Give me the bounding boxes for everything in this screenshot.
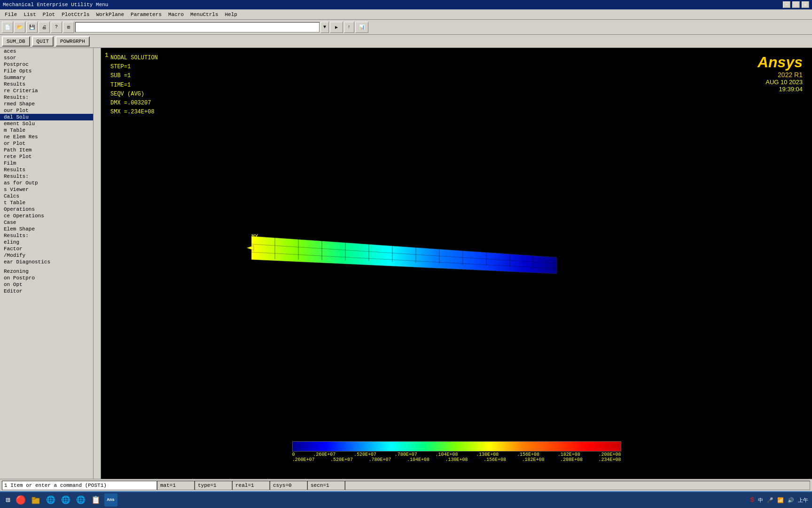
menu-list[interactable]: List — [21, 11, 39, 18]
toolbar-graph-btn[interactable]: 📊 — [355, 22, 368, 33]
sidebar-item[interactable]: Factor — [0, 246, 101, 252]
sidebar-item[interactable]: Case — [0, 219, 101, 226]
sidebar-item[interactable]: aces — [0, 48, 101, 55]
secn-field: secn=1 — [307, 481, 345, 490]
colorbar-tick: .208E+08 — [598, 452, 621, 457]
taskbar-icon-browser2[interactable]: 🌐 — [59, 493, 72, 507]
close-btn[interactable]: ✕ — [802, 1, 809, 8]
colorbar-tick: .182E+08 — [558, 452, 580, 457]
sidebar-item[interactable]: dal Solu — [0, 114, 101, 120]
sidebar-item[interactable]: Elem Shape — [0, 226, 101, 232]
toolbar-save-btn[interactable]: 💾 — [26, 22, 38, 33]
colorbar-tick: .780E+07 — [395, 452, 417, 457]
sidebar-item[interactable]: on Opt — [0, 281, 101, 288]
sidebar-item[interactable]: Rezoning — [0, 268, 101, 275]
sidebar-item[interactable]: rete Plot — [0, 153, 101, 160]
toolbar-question-btn[interactable]: ? — [51, 22, 62, 33]
solution-info: NODAL SOLUTION STEP=1 SUB =1 TIME=1 SEQV… — [110, 54, 158, 117]
toolbar-up-btn[interactable]: ↑ — [344, 22, 354, 33]
taskbar-icon-mic: 🎤 — [767, 497, 773, 503]
colorbar-tick: 0 — [292, 452, 295, 457]
colorbar-tick: .182E+08 — [522, 457, 544, 462]
taskbar-icon-browser3[interactable]: 🌐 — [74, 493, 87, 507]
toolbar-new-btn[interactable]: 📄 — [2, 22, 13, 33]
quit-button[interactable]: QUIT — [32, 36, 54, 47]
menu-help[interactable]: Help — [222, 11, 240, 18]
toolbar-command-input[interactable] — [75, 22, 320, 32]
ansys-time: 19:39:04 — [757, 86, 803, 93]
status-command-input[interactable] — [2, 481, 157, 490]
sidebar-item[interactable]: re Criteria — [0, 87, 101, 94]
powrgrph-button[interactable]: POWRGRPH — [55, 36, 90, 47]
svg-marker-15 — [247, 246, 254, 250]
seqv-info: SEQV (AVG) — [110, 90, 158, 99]
colorbar-tick: .520E+07 — [330, 457, 353, 462]
sidebar-item[interactable]: ne Elem Res — [0, 134, 101, 140]
toolbar-open-btn[interactable]: 📂 — [14, 22, 25, 33]
main-area: acesssorPostprocFile OptsSummaryResultsr… — [0, 48, 812, 479]
sidebar-item[interactable]: /Modify — [0, 252, 101, 259]
toolbar-extra-btn[interactable]: ⊞ — [63, 22, 74, 33]
sidebar-item[interactable]: Editor — [0, 288, 101, 294]
sidebar-item[interactable]: Calcs — [0, 193, 101, 199]
sidebar-item[interactable]: Summary — [0, 74, 101, 81]
colorbar-tick: .260E+07 — [313, 452, 336, 457]
sidebar-item[interactable]: eling — [0, 239, 101, 246]
menu-plot[interactable]: Plot — [40, 11, 58, 18]
menu-plotctrls[interactable]: PlotCtrls — [59, 11, 92, 18]
sidebar-item[interactable]: ce Operations — [0, 213, 101, 219]
sidebar-scrollbar[interactable] — [93, 48, 101, 479]
sidebar-item[interactable]: Postproc — [0, 61, 101, 68]
start-button[interactable]: ⊞ — [4, 494, 12, 506]
taskbar-icon-browser1[interactable]: 🌐 — [44, 493, 57, 507]
colorbar-container: 0.260E+07.520E+07.780E+07.104E+08.130E+0… — [292, 441, 621, 462]
sidebar-item[interactable]: our Plot — [0, 107, 101, 114]
colorbar-ticks-row2: .260E+07.520E+07.780E+07.104E+08.130E+08… — [292, 457, 621, 462]
colorbar-tick: .234E+08 — [598, 457, 621, 462]
sidebar-item[interactable]: ement Solu — [0, 120, 101, 127]
minimize-btn[interactable]: — — [783, 1, 790, 8]
real-field: real=1 — [232, 481, 270, 490]
sidebar-item[interactable]: Results — [0, 81, 101, 87]
taskbar-icon-red[interactable]: 🔴 — [14, 493, 27, 507]
colorbar-tick: .156E+08 — [484, 457, 506, 462]
maximize-btn[interactable]: □ — [792, 1, 800, 8]
sidebar-item[interactable]: m Table — [0, 127, 101, 134]
sidebar-item[interactable]: rmed Shape — [0, 101, 101, 107]
colorbar-tick: .104E+08 — [407, 457, 429, 462]
menu-workplane[interactable]: WorkPlane — [94, 11, 127, 18]
sidebar-item[interactable]: s Viewer — [0, 186, 101, 193]
sidebar-item[interactable]: Operations — [0, 206, 101, 213]
colorbar-ticks-row1: 0.260E+07.520E+07.780E+07.104E+08.130E+0… — [292, 452, 621, 457]
menu-file[interactable]: File — [2, 11, 20, 18]
sidebar-item[interactable]: ssor — [0, 55, 101, 61]
dmx-info: DMX =.003207 — [110, 99, 158, 108]
menu-macro[interactable]: Macro — [165, 11, 187, 18]
sidebar-item[interactable]: Results: — [0, 232, 101, 239]
taskbar-icon-wifi: 📶 — [777, 497, 784, 503]
sidebar-item[interactable]: File Opts — [0, 68, 101, 74]
menu-parameters[interactable]: Parameters — [128, 11, 164, 18]
sidebar-item[interactable]: t Table — [0, 199, 101, 206]
colorbar-tick: .520E+07 — [354, 452, 376, 457]
sidebar-item[interactable]: Results: — [0, 173, 101, 180]
sidebar-item[interactable]: Results: — [0, 94, 101, 101]
sidebar-item[interactable]: as for Outp — [0, 180, 101, 186]
toolbar-dropdown-btn[interactable]: ▼ — [320, 22, 329, 33]
time-info: TIME=1 — [110, 81, 158, 90]
menu-menuctrls[interactable]: MenuCtrls — [187, 11, 221, 18]
taskbar-icon-cmd[interactable]: 📋 — [89, 493, 102, 507]
taskbar-icon-ansys[interactable]: Ans — [104, 493, 117, 507]
taskbar-icon-folder[interactable] — [29, 493, 42, 507]
sidebar-item[interactable]: Results — [0, 167, 101, 173]
sidebar-item[interactable]: Path Item — [0, 147, 101, 153]
toolbar-run-btn[interactable]: ▶ — [330, 22, 343, 33]
toolbar-print-btn[interactable]: 🖨 — [39, 22, 50, 33]
sidebar-item[interactable]: Film — [0, 160, 101, 167]
sidebar-item[interactable]: ear Diagnostics — [0, 259, 101, 265]
taskbar: ⊞ 🔴 🌐 🌐 🌐 📋 Ans S 中 🎤 📶 🔊 上午 — [0, 491, 812, 508]
sum-db-button[interactable]: SUM_DB — [2, 36, 30, 47]
toolbar: 📄 📂 💾 🖨 ? ⊞ ▼ ▶ ↑ 📊 — [0, 20, 812, 35]
sidebar-item[interactable]: on Postpro — [0, 275, 101, 281]
sidebar-item[interactable]: or Plot — [0, 140, 101, 147]
